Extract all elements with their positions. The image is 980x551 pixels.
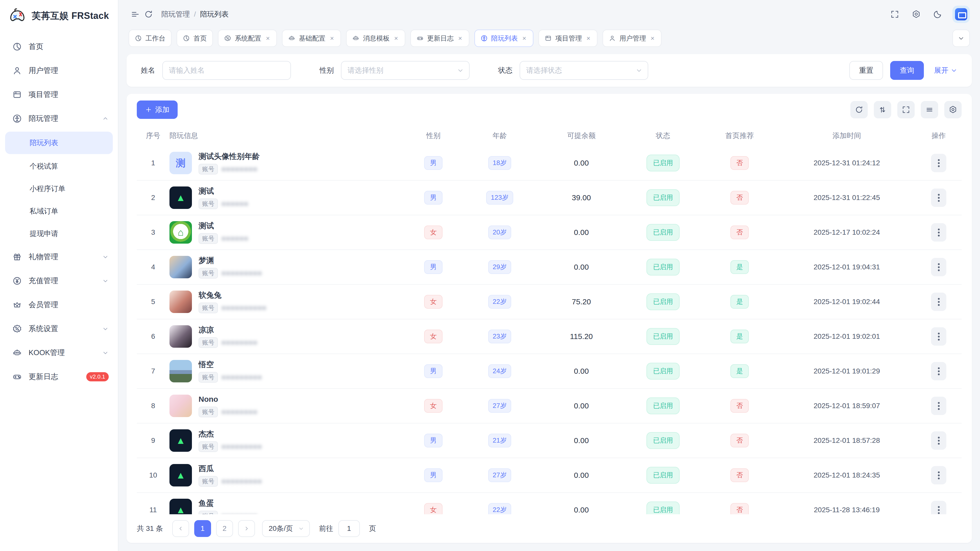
- avatar-image: [955, 8, 967, 21]
- status-tag: 已启用: [646, 293, 679, 310]
- recommend-tag: 否: [730, 191, 749, 205]
- add-button[interactable]: 添加: [137, 100, 178, 119]
- row-actions-button[interactable]: [931, 154, 946, 172]
- account-label: 账号: [199, 476, 218, 487]
- row-actions-button[interactable]: [931, 223, 946, 241]
- robot-icon: [12, 348, 22, 358]
- row-actions-button[interactable]: [931, 501, 946, 514]
- row-index: 2: [137, 194, 169, 202]
- table-fullscreen-button[interactable]: [897, 101, 915, 118]
- goto-page-input[interactable]: [339, 520, 360, 537]
- row-actions-button[interactable]: [931, 292, 946, 311]
- companion-info-cell: ▲ 鱼蛋 账号 ●●●●●●●●: [169, 499, 405, 514]
- companion-avatar: [169, 256, 192, 278]
- close-icon[interactable]: ×: [265, 35, 271, 42]
- balance-value: 0.00: [538, 228, 625, 237]
- tab-companion-list[interactable]: 陪玩列表 ×: [474, 30, 533, 47]
- tab-system-config[interactable]: 系统配置 ×: [218, 30, 277, 47]
- sidebar-item-withdraw-requests[interactable]: 提现申请: [0, 222, 118, 245]
- row-actions-button[interactable]: [931, 431, 946, 450]
- sidebar-item-home[interactable]: 首页: [0, 35, 118, 59]
- vertical-dots-icon: [938, 197, 940, 199]
- added-time: 2025-12-01 19:02:44: [778, 298, 916, 306]
- breadcrumb-parent[interactable]: 陪玩管理: [161, 10, 190, 19]
- tab-basic-config[interactable]: 基础配置 ×: [282, 30, 341, 47]
- robot-icon: [288, 35, 295, 42]
- refresh-page-button[interactable]: [142, 8, 155, 21]
- close-icon[interactable]: ×: [585, 35, 591, 42]
- companion-info-cell: ▲ 杰杰 账号 ●●●●●●●●●: [169, 429, 405, 452]
- tab-project-mgmt[interactable]: 项目管理 ×: [538, 30, 597, 47]
- breadcrumb-separator: /: [194, 10, 196, 18]
- row-actions-button[interactable]: [931, 327, 946, 346]
- table-columns-settings-button[interactable]: [944, 101, 962, 118]
- sidebar-item-gift-mgmt[interactable]: 礼物管理: [0, 245, 118, 269]
- chevron-down-icon: [950, 67, 958, 74]
- sidebar-item-member-mgmt[interactable]: 会员管理: [0, 293, 118, 317]
- status-tag: 已启用: [646, 155, 679, 171]
- close-icon[interactable]: ×: [329, 35, 335, 42]
- companion-name: Nono: [199, 394, 258, 404]
- close-icon[interactable]: ×: [522, 35, 527, 42]
- close-icon[interactable]: ×: [457, 35, 463, 42]
- page-2-button[interactable]: 2: [216, 520, 233, 537]
- sidebar-item-private-orders[interactable]: 私域订单: [0, 200, 118, 222]
- age-tag: 23岁: [488, 330, 511, 343]
- prev-page-button[interactable]: [172, 520, 189, 537]
- tabs-dropdown-button[interactable]: [953, 30, 970, 47]
- tab-changelog[interactable]: 更新日志 ×: [410, 30, 469, 47]
- status-select[interactable]: 请选择状态: [520, 61, 648, 80]
- table-refresh-button[interactable]: [850, 101, 868, 118]
- vertical-dots-icon: [938, 370, 940, 372]
- companion-table-card: 添加 序号 陪玩信息 性别 年龄 可提余额 状: [127, 94, 972, 543]
- sidebar-item-system-settings[interactable]: 系统设置: [0, 317, 118, 341]
- row-actions-button[interactable]: [931, 397, 946, 415]
- fullscreen-button[interactable]: [888, 8, 901, 21]
- age-tag: 21岁: [488, 433, 511, 448]
- gender-select[interactable]: 请选择性别: [341, 61, 469, 80]
- search-button[interactable]: 查询: [890, 61, 924, 80]
- brand[interactable]: 芙苒互娱 FRStack: [0, 0, 118, 32]
- dark-mode-button[interactable]: [931, 8, 944, 21]
- brand-logo-icon: [8, 8, 27, 24]
- page-size-select[interactable]: 20条/页: [262, 520, 310, 537]
- row-index: 8: [137, 402, 169, 410]
- col-home-recommend: 首页推荐: [701, 131, 778, 141]
- close-icon[interactable]: ×: [393, 35, 399, 42]
- row-actions-button[interactable]: [931, 362, 946, 380]
- row-actions-button[interactable]: [931, 189, 946, 207]
- next-page-button[interactable]: [238, 520, 255, 537]
- tab-message-template[interactable]: 消息模板 ×: [346, 30, 405, 47]
- row-actions-button[interactable]: [931, 258, 946, 276]
- tab-home[interactable]: 首页: [177, 30, 213, 47]
- sidebar-item-project-mgmt[interactable]: 项目管理: [0, 83, 118, 106]
- sidebar-item-companion-mgmt[interactable]: 陪玩管理: [0, 106, 118, 130]
- tab-bar: 工作台 首页 系统配置 × 基础配置 × 消息模板 ×: [118, 29, 980, 52]
- gender-label: 性别: [320, 65, 334, 75]
- sidebar-item-tax-calc[interactable]: 个税试算: [0, 155, 118, 178]
- table-density-button[interactable]: [921, 101, 938, 118]
- collapse-menu-button[interactable]: [129, 8, 142, 21]
- expand-filters-link[interactable]: 展开: [934, 65, 958, 75]
- close-icon[interactable]: ×: [649, 35, 655, 42]
- sidebar-item-kook-mgmt[interactable]: KOOK管理: [0, 341, 118, 365]
- reset-button[interactable]: 重置: [850, 61, 883, 80]
- sidebar-item-user-mgmt[interactable]: 用户管理: [0, 59, 118, 83]
- user-avatar[interactable]: [953, 6, 970, 23]
- row-actions-button[interactable]: [931, 466, 946, 484]
- page-1-button[interactable]: 1: [194, 520, 211, 537]
- row-index: 10: [137, 471, 169, 479]
- tab-user-mgmt[interactable]: 用户管理 ×: [603, 30, 662, 47]
- tab-workbench[interactable]: 工作台: [129, 30, 172, 47]
- sidebar-item-miniprogram-orders[interactable]: 小程序订单: [0, 178, 118, 200]
- name-input[interactable]: [162, 61, 291, 80]
- sidebar-item-changelog[interactable]: 更新日志 v2.0.1: [0, 365, 118, 389]
- sidebar-item-recharge-mgmt[interactable]: 充值管理: [0, 269, 118, 293]
- age-tag: 22岁: [488, 295, 511, 309]
- vertical-dots-icon: [938, 336, 940, 338]
- avatar-glyph: ⌂: [178, 227, 184, 238]
- sidebar-item-companion-list[interactable]: 陪玩列表: [5, 132, 113, 154]
- table-sort-button[interactable]: [874, 101, 891, 118]
- row-index: 3: [137, 228, 169, 237]
- settings-button[interactable]: [910, 8, 923, 21]
